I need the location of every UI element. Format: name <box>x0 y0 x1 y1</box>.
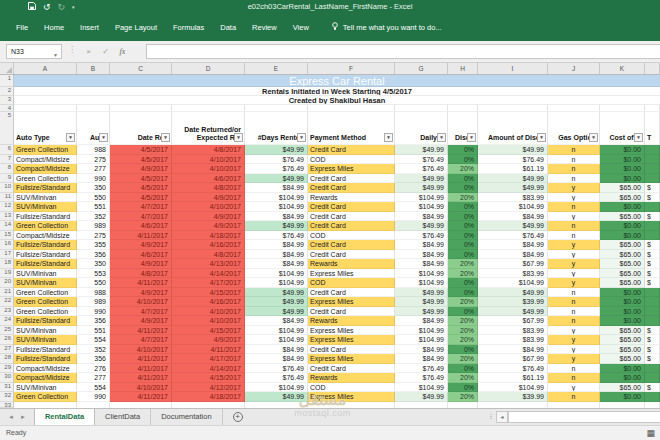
cell[interactable]: $84.99 <box>395 212 448 222</box>
cell[interactable]: Fullsize/Standard <box>14 183 77 193</box>
cell[interactable]: 20% <box>448 259 478 269</box>
cell[interactable]: $76.49 <box>395 155 448 165</box>
cell[interactable]: $84.99 <box>245 345 308 355</box>
cell[interactable]: Green Collection <box>14 307 77 317</box>
cell[interactable]: Green Collection <box>14 221 77 231</box>
cell[interactable]: 0% <box>448 345 478 355</box>
cell[interactable]: 551 <box>77 202 110 212</box>
cell[interactable]: Credit Card <box>308 212 395 222</box>
cell[interactable]: 0% <box>448 212 478 222</box>
cell[interactable]: 4/14/2017 <box>172 364 245 374</box>
cell[interactable]: $ <box>645 278 660 288</box>
tab-review[interactable]: Review <box>244 14 285 41</box>
cell[interactable]: 355 <box>77 240 110 250</box>
cell[interactable]: $84.99 <box>395 259 448 269</box>
cell[interactable]: $104.99 <box>245 193 308 203</box>
tab-data[interactable]: Data <box>212 14 244 41</box>
cell[interactable] <box>645 316 660 326</box>
cell[interactable]: Credit Card <box>308 221 395 231</box>
cell[interactable]: $76.49 <box>478 155 548 165</box>
tab-view[interactable]: View <box>285 14 317 41</box>
cell[interactable]: 990 <box>77 392 110 402</box>
cell[interactable]: $65.00 <box>600 269 645 279</box>
cell[interactable] <box>645 202 660 212</box>
cell[interactable] <box>110 105 172 112</box>
cell[interactable]: $84.99 <box>245 259 308 269</box>
cell[interactable]: $84.99 <box>395 250 448 260</box>
cell[interactable]: n <box>548 221 600 231</box>
cell[interactable]: COD <box>308 231 395 241</box>
filter-dropdown-icon[interactable]: ▾ <box>437 133 446 142</box>
cell[interactable]: y <box>548 212 600 222</box>
cell[interactable]: 0% <box>448 240 478 250</box>
cell[interactable]: 0% <box>448 155 478 165</box>
cell[interactable]: y <box>548 240 600 250</box>
cell[interactable]: $ <box>645 250 660 260</box>
cell[interactable]: $61.19 <box>478 164 548 174</box>
cell[interactable]: Credit Card <box>308 307 395 317</box>
cell[interactable]: 4/12/2017 <box>172 383 245 393</box>
row-number[interactable]: 13 <box>0 212 14 222</box>
filter-dropdown-icon[interactable]: ▾ <box>467 133 476 142</box>
cell[interactable]: 4/5/2017 <box>110 174 172 184</box>
cell[interactable]: $0.00 <box>600 145 645 155</box>
cell[interactable] <box>245 105 308 112</box>
cell[interactable]: 554 <box>77 383 110 393</box>
header-cell[interactable]: Auto▾ <box>77 112 110 145</box>
cell[interactable]: $65.00 <box>600 240 645 250</box>
cell[interactable]: Fullsize/Standard <box>14 259 77 269</box>
cell[interactable]: n <box>548 288 600 298</box>
cell[interactable]: y <box>548 326 600 336</box>
cell[interactable]: 4/11/2017 <box>110 364 172 374</box>
title-cell[interactable]: Express Car Rental <box>14 75 660 87</box>
cell[interactable]: n <box>548 392 600 402</box>
cell[interactable] <box>548 105 600 112</box>
row-number[interactable]: 9 <box>0 174 14 184</box>
cell[interactable]: $49.99 <box>395 183 448 193</box>
cell[interactable]: 20% <box>448 373 478 383</box>
row-number[interactable]: 30 <box>0 373 14 383</box>
cell[interactable]: 20% <box>448 316 478 326</box>
cell[interactable]: $84.99 <box>245 354 308 364</box>
cell[interactable]: $ <box>645 326 660 336</box>
sheet-tab-rentaldata[interactable]: RentalData <box>34 409 95 425</box>
cell[interactable]: $65.00 <box>600 383 645 393</box>
name-box-dropdown-icon[interactable]: ▼ <box>53 49 58 62</box>
cell[interactable]: 4/13/2017 <box>172 259 245 269</box>
row-number[interactable]: 8 <box>0 164 14 174</box>
cell[interactable]: 4/5/2017 <box>110 145 172 155</box>
row-number[interactable]: 10 <box>0 183 14 193</box>
normal-view-icon[interactable]: ▦ <box>646 428 655 439</box>
cell[interactable]: 4/8/2017 <box>172 183 245 193</box>
cell[interactable] <box>478 105 548 112</box>
cell[interactable]: 4/5/2017 <box>110 155 172 165</box>
cell[interactable]: $0.00 <box>600 231 645 241</box>
cell[interactable]: 0% <box>448 221 478 231</box>
cell[interactable]: 275 <box>77 155 110 165</box>
row-number[interactable]: 14 <box>0 221 14 231</box>
cell[interactable]: COD <box>308 383 395 393</box>
cell[interactable]: $0.00 <box>600 392 645 402</box>
cell[interactable]: 4/8/2017 <box>172 145 245 155</box>
header-cell[interactable]: Daily R▾ <box>395 112 448 145</box>
cell[interactable]: 4/7/2017 <box>110 307 172 317</box>
cell[interactable]: $0.00 <box>600 164 645 174</box>
cell[interactable]: $0.00 <box>600 221 645 231</box>
tab-file[interactable]: File <box>8 14 36 41</box>
cell[interactable] <box>645 297 660 307</box>
tab-insert[interactable]: Insert <box>72 14 107 41</box>
cell[interactable]: Compact/Midsize <box>14 231 77 241</box>
cell[interactable]: $49.99 <box>395 145 448 155</box>
cell[interactable]: $104.99 <box>478 278 548 288</box>
cell[interactable]: $65.00 <box>600 345 645 355</box>
cell[interactable]: SUV/Minivan <box>14 278 77 288</box>
cell[interactable]: Credit Card <box>308 345 395 355</box>
cell[interactable]: 4/7/2017 <box>110 202 172 212</box>
cell[interactable]: $ <box>645 269 660 279</box>
cell[interactable]: 4/11/2017 <box>110 278 172 288</box>
cell[interactable]: $104.99 <box>245 269 308 279</box>
row-number[interactable]: 22 <box>0 297 14 307</box>
cell[interactable]: $84.99 <box>395 240 448 250</box>
row-number[interactable]: 15 <box>0 231 14 241</box>
cell[interactable]: Compact/Midsize <box>14 364 77 374</box>
